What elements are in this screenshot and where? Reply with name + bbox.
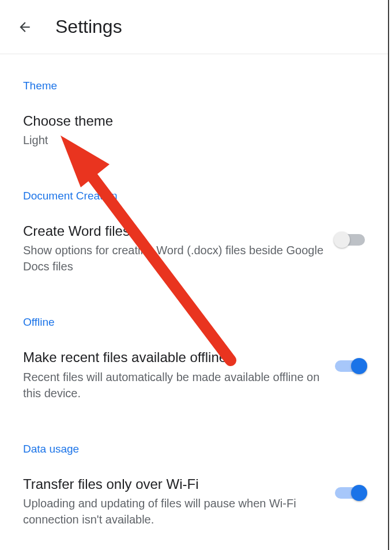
wifi-only-title: Transfer files only over Wi-Fi	[23, 475, 323, 493]
wifi-only-row[interactable]: Transfer files only over Wi-Fi Uploading…	[23, 469, 365, 544]
wifi-only-toggle[interactable]	[335, 487, 365, 499]
arrow-back-icon	[17, 20, 32, 35]
choose-theme-value: Light	[23, 132, 353, 148]
section-header-data-usage: Data usage	[23, 417, 365, 469]
create-word-files-row[interactable]: Create Word files Show options for creat…	[23, 216, 365, 291]
choose-theme-title: Choose theme	[23, 112, 353, 130]
toggle-thumb	[351, 485, 367, 501]
section-header-offline: Offline	[23, 291, 365, 342]
settings-header: Settings	[0, 0, 388, 54]
back-button[interactable]	[15, 17, 35, 37]
offline-subtitle: Recent files will automatically be made …	[23, 369, 323, 401]
toggle-thumb	[351, 358, 367, 374]
create-word-toggle[interactable]	[335, 233, 365, 246]
toggle-thumb	[334, 232, 350, 248]
wifi-only-subtitle: Uploading and updating of files will pau…	[23, 495, 323, 528]
offline-title: Make recent files available offline	[23, 348, 323, 366]
offline-files-row[interactable]: Make recent files available offline Rece…	[23, 342, 365, 417]
create-word-title: Create Word files	[23, 222, 323, 240]
create-word-subtitle: Show options for creating Word (.docx) f…	[23, 242, 323, 274]
section-header-theme: Theme	[23, 54, 365, 106]
offline-toggle[interactable]	[335, 360, 365, 372]
page-title: Settings	[55, 16, 122, 37]
choose-theme-row[interactable]: Choose theme Light	[23, 106, 365, 164]
section-header-document-creation: Document Creation	[23, 164, 365, 216]
